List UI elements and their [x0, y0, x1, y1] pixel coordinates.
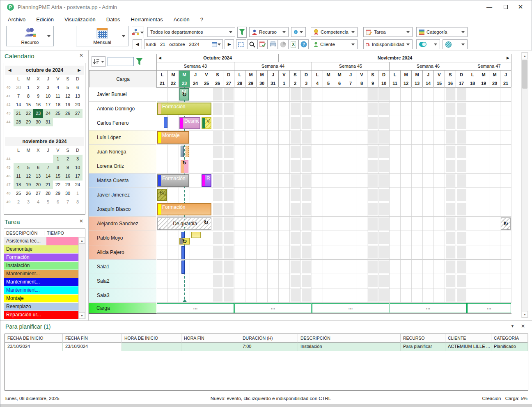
gantt-dayletter-23[interactable]: M — [411, 70, 423, 79]
calendar-day-8[interactable]: 8 — [23, 92, 33, 101]
gantt-event-12[interactable]: Formación — [157, 203, 211, 215]
calendar-day-15[interactable]: 15 — [23, 101, 33, 109]
calendar-day-5[interactable]: 5 — [63, 83, 73, 92]
table-col-3[interactable]: HORA FÍN — [181, 334, 240, 343]
gantt-filter-input[interactable] — [108, 57, 134, 66]
group-by-button[interactable] — [132, 27, 144, 38]
gantt-event-18[interactable] — [181, 246, 185, 259]
gantt-daynum-23[interactable]: 13 — [411, 79, 423, 88]
scroll-left-icon[interactable]: ◀ — [158, 54, 161, 62]
toggle-select[interactable] — [416, 39, 440, 49]
table-col-8[interactable]: CATEGORÍA — [491, 334, 528, 343]
carga-cell-4[interactable]: ... — [467, 303, 511, 313]
table-col-1[interactable]: FECHA FÍN — [63, 334, 122, 343]
calendar-day-18[interactable]: 18 — [14, 181, 23, 189]
gantt-daynum-0[interactable]: 21 — [156, 79, 168, 88]
gantt-daynum-20[interactable]: 10 — [378, 79, 390, 88]
gantt-daynum-3[interactable]: 24 — [190, 79, 201, 88]
gantt-row-13[interactable] — [157, 274, 511, 288]
scroll-right-icon[interactable]: ▶ — [507, 54, 509, 62]
tarea-row-3[interactable]: Instalación — [4, 262, 79, 270]
gantt-event-14[interactable]: ↻.. — [501, 217, 511, 230]
gantt-vscrollbar[interactable]: ▲▼ — [521, 52, 528, 318]
calendar-day-20[interactable]: 20 — [33, 181, 43, 189]
gantt-row-2[interactable]: DesmonVac — [157, 116, 511, 130]
table-col-0[interactable]: FECHA DE ÍNICIO — [5, 334, 63, 343]
gantt-filter-button[interactable] — [136, 56, 144, 67]
gantt-dayletter-25[interactable]: V — [433, 70, 445, 79]
gantt-dayletter-1[interactable]: M — [167, 70, 179, 79]
panel-close-icon[interactable]: ✕ — [521, 323, 525, 329]
gantt-daynum-27[interactable]: 17 — [456, 79, 467, 88]
calendar-day-10[interactable]: 10 — [73, 163, 83, 172]
filter-button[interactable] — [237, 27, 247, 38]
panel-collapse-icon[interactable]: ▼ — [511, 324, 514, 328]
carga-cell-3[interactable]: ... — [390, 303, 467, 313]
today-button[interactable] — [257, 39, 268, 49]
calendar-day-2[interactable]: 2 — [63, 155, 73, 163]
calendar-day-29[interactable]: 29 — [23, 118, 33, 126]
resource-row-label-0[interactable]: Javier Bunuel — [89, 87, 156, 102]
gantt-daynum-1[interactable]: 22 — [167, 79, 179, 88]
gantt-daynum-29[interactable]: 19 — [478, 79, 489, 88]
scroll-up-icon[interactable]: ▲ — [522, 53, 528, 59]
calendar-day-13[interactable]: 13 — [33, 172, 43, 181]
calendar-day-8[interactable]: 8 — [73, 198, 83, 206]
recurso-filter-select[interactable]: Recurso — [249, 27, 289, 37]
gantt-daynum-5[interactable]: 26 — [212, 79, 223, 88]
calendario-close-icon[interactable]: ✕ — [79, 53, 83, 58]
gantt-row-9[interactable]: De guardia↻..↻.. — [157, 217, 511, 231]
calendar-day-1[interactable]: 1 — [73, 189, 83, 198]
calendar-day-4[interactable]: 4 — [33, 198, 43, 206]
date-field[interactable]: lundi 21 octobre 2024 — [144, 39, 223, 49]
gantt-event-1[interactable]: Formación — [157, 103, 211, 115]
tarea-row-2[interactable]: Formación — [4, 254, 79, 262]
calendar-day-4[interactable]: 4 — [53, 83, 63, 92]
calendar-day-30[interactable]: 30 — [14, 83, 23, 92]
resource-row-label-13[interactable]: Sala2 — [89, 274, 156, 288]
gantt-daynum-22[interactable]: 12 — [400, 79, 412, 88]
categoria-select[interactable]: Categoría — [416, 27, 468, 37]
calendar-day-19[interactable]: 19 — [23, 181, 33, 189]
tarea-row-0[interactable]: Asistencia téc... — [4, 237, 79, 245]
menu-item-3[interactable]: Datos — [106, 16, 120, 23]
gantt-dayletter-28[interactable]: L — [467, 70, 478, 79]
gantt-event-3[interactable]: Desmon — [179, 117, 200, 129]
date-next-button[interactable]: ▶ — [225, 39, 234, 49]
calendar-day-23[interactable]: 23 — [33, 109, 43, 118]
menu-item-1[interactable]: Edición — [36, 16, 54, 23]
gantt-event-7[interactable] — [186, 146, 189, 157]
menu-item-5[interactable]: Acción — [174, 16, 190, 23]
gantt-row-7[interactable]: Baj — [157, 188, 511, 202]
gantt-daynum-15[interactable]: 5 — [323, 79, 334, 88]
gantt-row-10[interactable]: ↻ — [157, 231, 511, 245]
gantt-dayletter-13[interactable]: D — [300, 70, 312, 79]
calendar-day-7[interactable]: 7 — [43, 163, 53, 172]
tarea-close-icon[interactable]: ✕ — [79, 218, 83, 224]
gantt-event-0[interactable]: M↻ — [179, 88, 189, 101]
sort-button[interactable] — [92, 56, 105, 67]
menu-item-6[interactable]: ? — [200, 16, 203, 23]
calendar-day-9[interactable]: 9 — [33, 92, 43, 101]
calendar-day-14[interactable]: 14 — [14, 101, 23, 109]
calendar-day-17[interactable]: 17 — [73, 172, 83, 181]
gantt-event-13[interactable]: De guardia↻.. — [157, 217, 211, 230]
gantt-row-4[interactable] — [157, 145, 511, 159]
scroll-thumb[interactable] — [522, 60, 527, 89]
selection-mode-button[interactable] — [236, 39, 246, 49]
gantt-area[interactable]: Octubre 2024◀Noviembre 2024▶Semana 43Sem… — [89, 50, 532, 320]
calendar-day-12[interactable]: 12 — [23, 172, 33, 181]
gantt-dayletter-20[interactable]: D — [378, 70, 390, 79]
gantt-event-9[interactable]: Formación — [157, 174, 189, 187]
calendar-day-12[interactable]: 12 — [63, 92, 73, 101]
calendar-day-19[interactable]: 19 — [63, 101, 73, 109]
gantt-event-11[interactable]: Baj — [157, 189, 167, 201]
menu-item-4[interactable]: Herramientas — [131, 16, 163, 23]
carga-cell-0[interactable]: ... — [157, 303, 234, 313]
excel-export-button[interactable]: X — [288, 39, 298, 49]
calendar-day-2[interactable]: 2 — [14, 198, 23, 206]
calendar-day-5[interactable]: 5 — [23, 163, 33, 172]
departments-select[interactable]: Todos los departamentos — [147, 27, 235, 37]
gantt-dayletter-14[interactable]: L — [312, 70, 323, 79]
gantt-dayletter-17[interactable]: J — [345, 70, 356, 79]
